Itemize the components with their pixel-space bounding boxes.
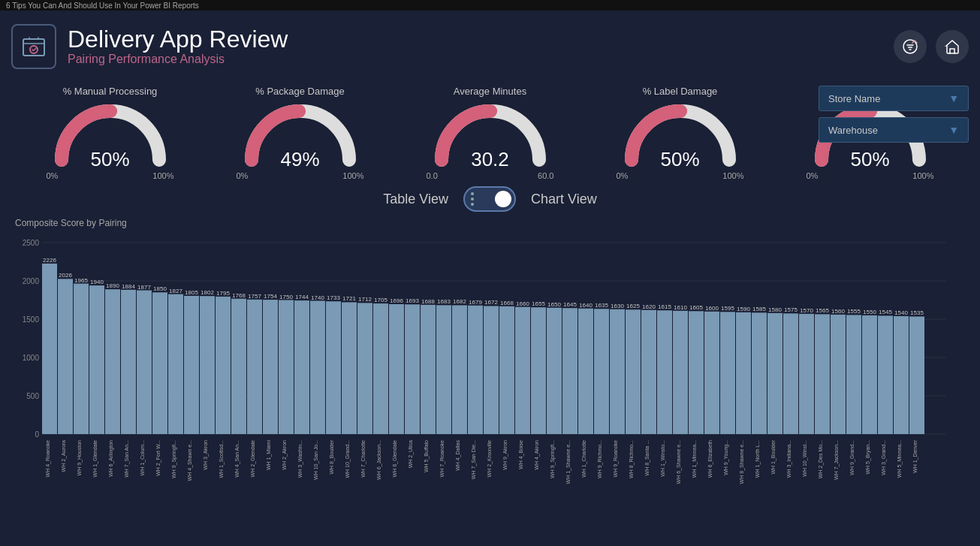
svg-text:1595: 1595	[721, 305, 734, 312]
svg-text:1705: 1705	[374, 297, 387, 303]
svg-text:WH 8_Richmo...: WH 8_Richmo...	[629, 440, 635, 478]
gauge-value-package-damage: 49%	[280, 148, 319, 171]
svg-text:1630: 1630	[611, 303, 624, 309]
filters-panel: Store Name ▼ Warehouse ▼	[819, 86, 969, 143]
gauge-value-manual-processing: 50%	[90, 148, 129, 171]
filter-icon-button[interactable]	[894, 30, 927, 63]
svg-text:WH 10_Winst...: WH 10_Winst...	[802, 440, 808, 477]
svg-text:WH 1_Winsto...: WH 1_Winsto...	[660, 440, 666, 477]
bar-6	[137, 291, 152, 434]
svg-text:1712: 1712	[358, 296, 372, 303]
svg-text:2500: 2500	[23, 239, 40, 247]
bar-20	[357, 303, 372, 434]
bar-22	[389, 304, 404, 434]
svg-text:1650: 1650	[547, 301, 561, 308]
svg-text:1500: 1500	[23, 315, 40, 324]
gauge-average-minutes: Average Minutes 30.2 0.0 60.0	[419, 86, 562, 180]
svg-text:1660: 1660	[516, 300, 529, 307]
svg-text:1795: 1795	[216, 290, 230, 297]
gauge-title-package-damage: % Package Damage	[255, 86, 345, 97]
svg-text:1688: 1688	[421, 298, 435, 305]
warehouse-filter[interactable]: Warehouse ▼	[819, 117, 969, 143]
gauge-manual-processing: % Manual Processing 50% 0% 100%	[39, 86, 182, 180]
svg-text:1802: 1802	[201, 289, 214, 296]
svg-text:WH 2_Des Mo...: WH 2_Des Mo...	[818, 440, 824, 478]
svg-text:WH 1_North L...: WH 1_North L...	[755, 440, 761, 478]
bar-23	[405, 304, 420, 434]
bar-38	[641, 310, 656, 434]
store-name-chevron-icon: ▼	[948, 92, 959, 104]
chart-svg: 250020001500100050002226WH 4_Roanoke2026…	[15, 232, 946, 505]
bar-4	[105, 289, 120, 434]
svg-text:1768: 1768	[232, 292, 246, 299]
svg-text:1635: 1635	[595, 302, 608, 309]
svg-text:1754: 1754	[264, 293, 277, 300]
svg-text:WH 7_San Die...: WH 7_San Die...	[471, 440, 477, 479]
svg-text:WH 4_Shawn e...: WH 4_Shawn e...	[187, 440, 193, 481]
bar-29	[499, 306, 514, 434]
svg-text:WH 8_Glendale: WH 8_Glendale	[392, 440, 398, 478]
svg-text:WH 6_Jackson...: WH 6_Jackson...	[376, 440, 382, 480]
svg-text:WH 6_Arlington: WH 6_Arlington	[108, 440, 114, 477]
gauge-wrapper-label-damage: 50%	[617, 100, 744, 175]
svg-text:1890: 1890	[106, 282, 119, 289]
bar-9	[184, 296, 199, 434]
svg-text:WH 1_Boulder: WH 1_Boulder	[770, 439, 776, 474]
svg-text:1585: 1585	[752, 306, 766, 312]
svg-text:WH 7_Roanoke: WH 7_Roanoke	[439, 440, 445, 478]
svg-text:WH 7_Charlotte: WH 7_Charlotte	[360, 440, 366, 478]
bar-15	[279, 300, 294, 435]
svg-text:1575: 1575	[784, 306, 798, 313]
svg-text:1625: 1625	[626, 303, 640, 309]
view-toggle[interactable]	[463, 186, 516, 212]
svg-text:WH 7_Jackson...: WH 7_Jackson...	[834, 440, 840, 480]
svg-text:1683: 1683	[437, 298, 451, 305]
bar-17	[310, 301, 325, 434]
svg-text:1605: 1605	[689, 304, 703, 311]
bar-27	[468, 306, 483, 434]
store-name-filter[interactable]: Store Name ▼	[819, 86, 969, 111]
svg-text:1884: 1884	[122, 283, 135, 290]
svg-text:1610: 1610	[674, 304, 687, 311]
svg-text:1615: 1615	[658, 303, 671, 310]
gauge-wrapper-manual-processing: 50%	[47, 100, 174, 175]
bar-33	[562, 308, 577, 434]
bar-40	[673, 311, 688, 434]
svg-text:1757: 1757	[248, 293, 261, 300]
gauge-title-label-damage: % Label Damage	[643, 86, 718, 97]
app-icon	[11, 24, 56, 69]
svg-text:1590: 1590	[737, 306, 750, 312]
svg-text:WH 4_Akron: WH 4_Akron	[534, 440, 540, 470]
svg-text:WH 4_Boise: WH 4_Boise	[518, 440, 524, 469]
home-icon-button[interactable]	[936, 30, 969, 63]
svg-text:1645: 1645	[563, 301, 577, 308]
svg-text:WH 4_San An...: WH 4_San An...	[234, 440, 240, 478]
chart-section: Composite Score by Pairing 2500200015001…	[0, 218, 980, 505]
svg-text:1679: 1679	[469, 299, 482, 306]
svg-text:1570: 1570	[800, 307, 813, 314]
bar-26	[452, 305, 467, 434]
svg-text:1682: 1682	[453, 298, 466, 305]
page-title: Delivery App Review	[68, 26, 288, 53]
svg-text:1655: 1655	[532, 300, 545, 307]
svg-text:1000: 1000	[23, 354, 40, 362]
svg-text:1693: 1693	[406, 297, 419, 304]
svg-text:1733: 1733	[327, 294, 340, 301]
svg-text:1877: 1877	[137, 284, 151, 291]
svg-text:WH 2_Akron: WH 2_Akron	[282, 440, 288, 470]
svg-text:WH 9_Akron: WH 9_Akron	[502, 440, 508, 470]
bar-11	[216, 297, 231, 434]
svg-text:WH 2_Glendale: WH 2_Glendale	[250, 440, 256, 478]
svg-text:1965: 1965	[74, 277, 88, 284]
bar-24	[421, 305, 436, 434]
svg-text:WH 9_Grand...: WH 9_Grand...	[849, 440, 855, 475]
bar-32	[547, 308, 562, 434]
svg-text:1540: 1540	[894, 309, 908, 316]
bar-46	[767, 313, 782, 434]
bar-10	[200, 296, 215, 434]
bar-37	[626, 309, 641, 434]
svg-text:WH 8_Shawne e...: WH 8_Shawne e...	[739, 440, 745, 484]
svg-text:1640: 1640	[579, 302, 593, 309]
bar-36	[610, 309, 625, 434]
svg-text:WH 9_Springfi...: WH 9_Springfi...	[550, 440, 556, 478]
